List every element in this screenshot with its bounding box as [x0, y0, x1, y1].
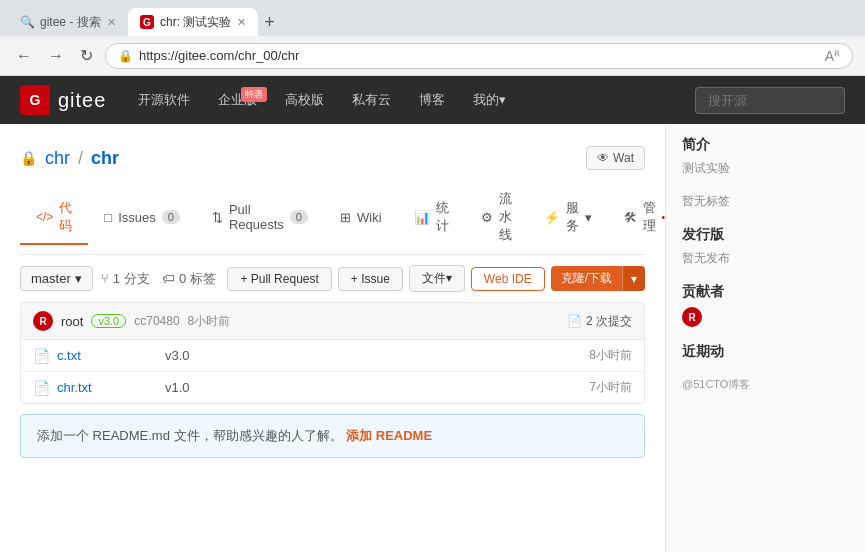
tab-services[interactable]: ⚡ 服务 ▾	[528, 191, 608, 245]
repo-name[interactable]: chr	[91, 148, 119, 169]
tab-favicon-gitee: G	[140, 15, 154, 29]
sidebar-recent-section: 近期动	[682, 343, 849, 361]
file-name-ctxt[interactable]: c.txt	[57, 348, 157, 363]
branch-icon: ⑂	[101, 271, 109, 286]
commit-row: R root v3.0 cc70480 8小时前 📄 2 次提交	[21, 303, 644, 340]
new-tab-button[interactable]: +	[258, 12, 281, 33]
sidebar-release-title: 发行版	[682, 226, 849, 244]
file-row: 📄 c.txt v3.0 8小时前	[21, 340, 644, 372]
nav-university[interactable]: 高校版	[273, 85, 336, 115]
commit-count-icon: 📄	[567, 314, 582, 328]
clone-button[interactable]: 克隆/下载	[551, 266, 622, 291]
nav-mine[interactable]: 我的▾	[461, 85, 518, 115]
nav-blog[interactable]: 博客	[407, 85, 457, 115]
nav-private[interactable]: 私有云	[340, 85, 403, 115]
commit-info: root v3.0 cc70480 8小时前	[61, 313, 230, 330]
nav-opensource[interactable]: 开源软件	[126, 85, 202, 115]
file-time-ctxt: 8小时前	[589, 347, 632, 364]
sidebar-intro-title: 简介	[682, 136, 849, 154]
file-button[interactable]: 文件▾	[409, 265, 465, 292]
sidebar-tags-section: 暂无标签	[682, 193, 849, 210]
tab-close-gitee[interactable]: ✕	[237, 16, 246, 29]
sidebar-intro-section: 简介 测试实验	[682, 136, 849, 177]
search-input[interactable]	[695, 87, 845, 114]
file-row: 📄 chr.txt v1.0 7小时前	[21, 372, 644, 403]
tab-close-search[interactable]: ✕	[107, 16, 116, 29]
gitee-logo-text: gitee	[58, 89, 106, 112]
issue-button[interactable]: + Issue	[338, 267, 403, 291]
wiki-icon: ⊞	[340, 210, 351, 225]
tab-gitee[interactable]: G chr: 测试实验 ✕	[128, 8, 258, 37]
file-message-ctxt: v3.0	[165, 348, 581, 363]
contributor-avatar[interactable]: R	[682, 307, 702, 327]
browser-frame: 🔍 gitee - 搜索 ✕ G chr: 测试实验 ✕ + ← → ↻ 🔒 h…	[0, 0, 865, 552]
tab-stats-label: 统计	[436, 199, 449, 235]
reader-icon: Aᴿ	[825, 48, 840, 64]
file-message-chrtxt: v1.0	[165, 380, 581, 395]
services-icon: ⚡	[544, 210, 560, 225]
sidebar-tags-content: 暂无标签	[682, 193, 849, 210]
back-button[interactable]: ←	[12, 43, 36, 69]
tab-issues[interactable]: □ Issues 0	[88, 202, 196, 235]
file-table: R root v3.0 cc70480 8小时前 📄 2 次提交	[20, 302, 645, 404]
forward-button[interactable]: →	[44, 43, 68, 69]
nav-enterprise[interactable]: 企业版 特惠	[206, 85, 269, 115]
address-bar[interactable]: 🔒 https://gitee.com/chr_00/chr Aᴿ	[105, 43, 853, 69]
tab-stats[interactable]: 📊 统计	[398, 191, 465, 245]
branch-name: master	[31, 271, 71, 286]
gitee-nav: 开源软件 企业版 特惠 高校版 私有云 博客 我的▾	[126, 85, 518, 115]
web-ide-button[interactable]: Web IDE	[471, 267, 545, 291]
repo-main: 🔒 chr / chr 👁 Wat </> 代码	[0, 124, 865, 552]
repo-content: 🔒 chr / chr 👁 Wat </> 代码	[0, 124, 665, 552]
eye-icon: 👁	[597, 151, 609, 165]
commit-avatar: R	[33, 311, 53, 331]
branch-dropdown-icon: ▾	[75, 271, 82, 286]
branches-info[interactable]: ⑂ 1 分支	[101, 270, 150, 288]
tab-manage-label: 管理	[643, 199, 656, 235]
pull-request-button[interactable]: + Pull Request	[227, 267, 331, 291]
repo-tabs: </> 代码 □ Issues 0 ⇅ Pull Requests 0	[20, 182, 645, 254]
enterprise-badge: 特惠	[241, 87, 267, 102]
browser-titlebar: 🔍 gitee - 搜索 ✕ G chr: 测试实验 ✕ +	[0, 0, 865, 36]
commit-tag: v3.0	[91, 314, 126, 328]
commit-hash[interactable]: cc70480	[134, 314, 179, 328]
refresh-button[interactable]: ↻	[76, 42, 97, 69]
issues-badge: 0	[162, 210, 180, 224]
clone-dropdown-button[interactable]: ▾	[622, 266, 645, 291]
tab-search[interactable]: 🔍 gitee - 搜索 ✕	[8, 8, 128, 37]
tab-label-search: gitee - 搜索	[40, 14, 101, 31]
sidebar-release-section: 发行版 暂无发布	[682, 226, 849, 267]
branch-info: ⑂ 1 分支 🏷 0 标签	[101, 270, 216, 288]
sidebar-release-content: 暂无发布	[682, 250, 849, 267]
commit-author: root	[61, 314, 83, 329]
gitee-logo[interactable]: G gitee	[20, 85, 106, 115]
tab-pipeline-label: 流水线	[499, 190, 512, 244]
branch-selector[interactable]: master ▾	[20, 266, 93, 291]
tab-wiki[interactable]: ⊞ Wiki	[324, 202, 398, 235]
pulls-icon: ⇅	[212, 210, 223, 225]
tab-pulls-label: Pull Requests	[229, 202, 284, 232]
watch-button[interactable]: 👁 Wat	[586, 146, 645, 170]
tab-manage[interactable]: 🛠 管理 •	[608, 191, 665, 245]
commit-count[interactable]: 📄 2 次提交	[567, 313, 632, 330]
watch-label: Wat	[613, 151, 634, 165]
clone-download-group: 克隆/下载 ▾	[551, 266, 645, 291]
page-content: G gitee 开源软件 企业版 特惠 高校版 私有云	[0, 76, 865, 552]
repo-owner[interactable]: chr	[45, 148, 70, 169]
commit-time: 8小时前	[188, 313, 231, 330]
file-name-chrtxt[interactable]: chr.txt	[57, 380, 157, 395]
tags-count: 0	[179, 271, 186, 286]
tab-pipeline[interactable]: ⚙ 流水线	[465, 182, 528, 254]
tags-info[interactable]: 🏷 0 标签	[162, 270, 216, 288]
tab-code[interactable]: </> 代码	[20, 191, 88, 245]
branch-actions: + Pull Request + Issue 文件▾ Web IDE 克隆/下载…	[227, 265, 645, 292]
browser-toolbar: ← → ↻ 🔒 https://gitee.com/chr_00/chr Aᴿ	[0, 36, 865, 76]
repo-separator: /	[78, 148, 83, 169]
sidebar-intro-content: 测试实验	[682, 160, 849, 177]
sidebar-contributors-title: 贡献者	[682, 283, 849, 301]
chevron-down-icon: ▾	[585, 210, 592, 225]
sidebar-recent-title: 近期动	[682, 343, 849, 361]
sidebar-contributors: R	[682, 307, 849, 327]
add-readme-link[interactable]: 添加 README	[346, 428, 432, 443]
tab-pulls[interactable]: ⇅ Pull Requests 0	[196, 194, 324, 242]
